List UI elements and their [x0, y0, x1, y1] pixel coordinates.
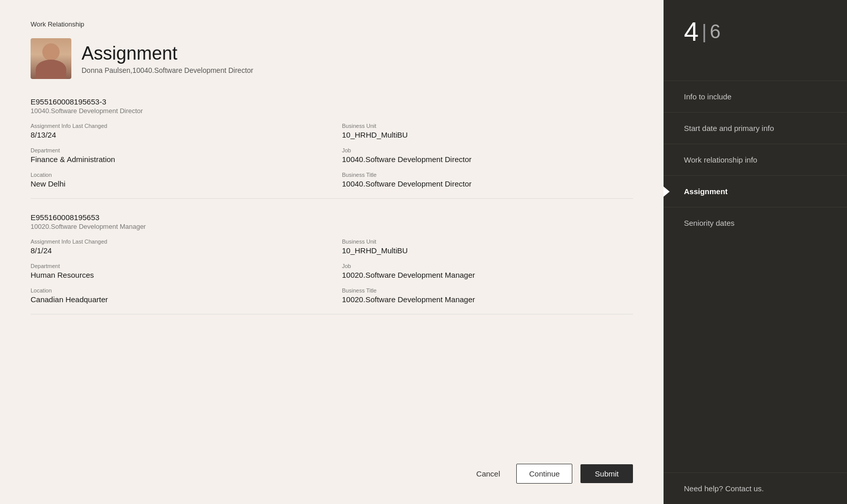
sidebar-item-label-seniority-dates: Seniority dates — [684, 219, 734, 227]
record-role-2: 10020.Software Development Manager — [31, 223, 633, 230]
value-job-1: 10040.Software Development Director — [342, 155, 633, 164]
value-last-changed-1: 8/13/24 — [31, 130, 322, 139]
sidebar-item-assignment[interactable]: Assignment — [664, 175, 847, 207]
label-job-2: Job — [342, 263, 633, 269]
assignment-header: Assignment Donna Paulsen,10040.Software … — [31, 38, 633, 79]
record-id-1: E955160008195653-3 — [31, 97, 633, 106]
field-last-changed-1: Assignment Info Last Changed 8/13/24 — [31, 123, 322, 139]
step-divider: | — [702, 22, 707, 41]
sidebar-item-label-assignment: Assignment — [684, 187, 728, 196]
page-title: Assignment — [82, 43, 253, 64]
label-last-changed-2: Assignment Info Last Changed — [31, 238, 322, 245]
sidebar-item-label-info-to-include: Info to include — [684, 92, 731, 101]
step-total: 6 — [710, 22, 721, 41]
value-department-2: Human Resources — [31, 271, 322, 279]
sidebar-nav: Info to include Start date and primary i… — [664, 81, 847, 238]
field-last-changed-2: Assignment Info Last Changed 8/1/24 — [31, 238, 322, 255]
label-business-unit-1: Business Unit — [342, 123, 633, 129]
sidebar-item-seniority-dates[interactable]: Seniority dates — [664, 207, 847, 238]
assignment-record-2: E955160008195653 10020.Software Developm… — [31, 213, 633, 314]
field-business-title-2: Business Title 10020.Software Developmen… — [342, 287, 633, 304]
label-department-1: Department — [31, 147, 322, 153]
actions-bar: Cancel Continue Submit — [31, 443, 633, 484]
label-last-changed-1: Assignment Info Last Changed — [31, 123, 322, 129]
step-current: 4 — [684, 18, 699, 45]
value-business-title-2: 10020.Software Development Manager — [342, 295, 633, 304]
record-role-1: 10040.Software Development Director — [31, 107, 633, 115]
value-job-2: 10020.Software Development Manager — [342, 271, 633, 279]
sidebar-item-info-to-include[interactable]: Info to include — [664, 81, 847, 112]
value-department-1: Finance & Administration — [31, 155, 322, 164]
field-location-1: Location New Delhi — [31, 172, 322, 188]
continue-button[interactable]: Continue — [516, 464, 572, 484]
help-link[interactable]: Need help? Contact us. — [664, 472, 847, 504]
sidebar-item-label-work-relationship: Work relationship info — [684, 155, 757, 164]
label-department-2: Department — [31, 263, 322, 269]
value-location-1: New Delhi — [31, 179, 322, 188]
help-label: Need help? Contact us. — [684, 484, 764, 493]
assignment-title-block: Assignment Donna Paulsen,10040.Software … — [82, 43, 253, 74]
page-subtitle: Donna Paulsen,10040.Software Development… — [82, 66, 253, 74]
field-location-2: Location Canadian Headquarter — [31, 287, 322, 304]
value-location-2: Canadian Headquarter — [31, 295, 322, 304]
label-business-title-1: Business Title — [342, 172, 633, 178]
field-business-unit-1: Business Unit 10_HRHD_MultiBU — [342, 123, 633, 139]
field-department-2: Department Human Resources — [31, 263, 322, 279]
fields-grid-1: Assignment Info Last Changed 8/13/24 Bus… — [31, 123, 633, 188]
field-business-unit-2: Business Unit 10_HRHD_MultiBU — [342, 238, 633, 255]
field-job-2: Job 10020.Software Development Manager — [342, 263, 633, 279]
value-business-title-1: 10040.Software Development Director — [342, 179, 633, 188]
avatar — [31, 38, 71, 79]
field-job-1: Job 10040.Software Development Director — [342, 147, 633, 164]
value-last-changed-2: 8/1/24 — [31, 246, 322, 255]
value-business-unit-2: 10_HRHD_MultiBU — [342, 246, 633, 255]
label-location-1: Location — [31, 172, 322, 178]
label-location-2: Location — [31, 287, 322, 294]
sidebar-item-work-relationship[interactable]: Work relationship info — [664, 144, 847, 175]
main-content: Work Relationship Assignment Donna Pauls… — [0, 0, 664, 504]
field-business-title-1: Business Title 10040.Software Developmen… — [342, 172, 633, 188]
value-business-unit-1: 10_HRHD_MultiBU — [342, 130, 633, 139]
sidebar-item-start-date[interactable]: Start date and primary info — [664, 112, 847, 144]
record-id-2: E955160008195653 — [31, 213, 633, 222]
cancel-button[interactable]: Cancel — [468, 465, 509, 482]
fields-grid-2: Assignment Info Last Changed 8/1/24 Busi… — [31, 238, 633, 304]
breadcrumb: Work Relationship — [31, 20, 633, 28]
assignment-record-1: E955160008195653-3 10040.Software Develo… — [31, 97, 633, 199]
label-job-1: Job — [342, 147, 633, 153]
label-business-unit-2: Business Unit — [342, 238, 633, 245]
sidebar-item-label-start-date: Start date and primary info — [684, 124, 774, 132]
field-department-1: Department Finance & Administration — [31, 147, 322, 164]
submit-button[interactable]: Submit — [580, 464, 633, 483]
sidebar: 4 | 6 Info to include Start date and pri… — [664, 0, 847, 504]
step-indicator: 4 | 6 — [664, 0, 847, 60]
label-business-title-2: Business Title — [342, 287, 633, 294]
